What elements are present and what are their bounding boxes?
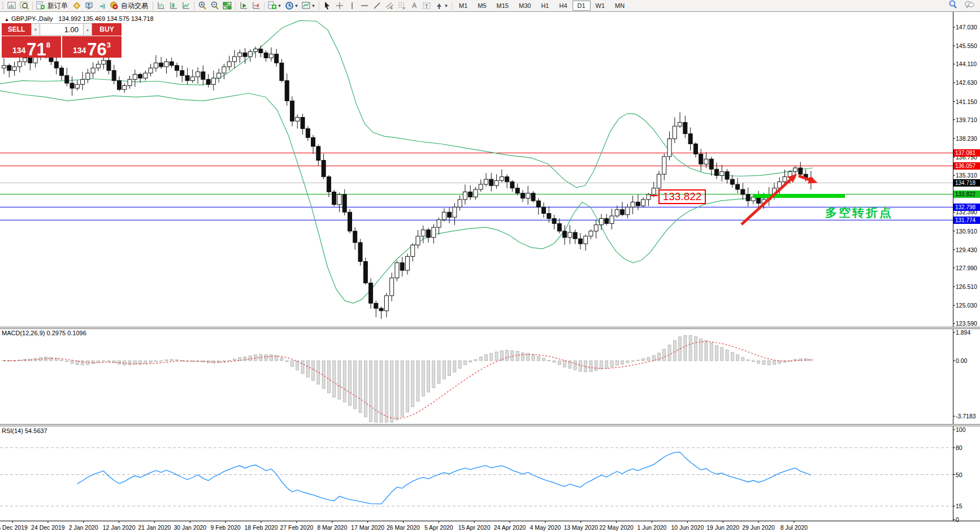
macd-histogram-bar bbox=[762, 361, 765, 365]
text-tool-button[interactable]: A bbox=[408, 1, 420, 11]
cursor-tool-button[interactable] bbox=[321, 1, 333, 11]
buy-button[interactable]: BUY bbox=[92, 23, 122, 36]
tf-button-w1[interactable]: W1 bbox=[591, 1, 610, 11]
svg-text:T: T bbox=[425, 3, 428, 9]
tf-button-m1[interactable]: M1 bbox=[454, 1, 472, 11]
metaeditor-button[interactable] bbox=[71, 1, 83, 11]
sell-price-display[interactable]: 134 71 8 bbox=[2, 36, 61, 58]
bear-candle bbox=[311, 137, 315, 146]
candlestick-chart-button[interactable] bbox=[167, 1, 180, 11]
macd-histogram-bar bbox=[128, 361, 131, 365]
macd-histogram-bar bbox=[160, 361, 163, 361]
buy-price-display[interactable]: 134 76 3 bbox=[62, 36, 122, 58]
market-watch-button[interactable] bbox=[83, 1, 96, 11]
macd-histogram-bar bbox=[343, 361, 346, 402]
macd-histogram-bar bbox=[66, 361, 68, 362]
macd-histogram-bar bbox=[380, 361, 383, 422]
bull-candle bbox=[437, 220, 441, 227]
bar-chart-button[interactable] bbox=[155, 1, 167, 11]
tf-button-h1[interactable]: H1 bbox=[536, 1, 554, 11]
bull-candle bbox=[254, 49, 258, 51]
line-chart-button[interactable] bbox=[180, 1, 192, 11]
bear-candle bbox=[275, 54, 279, 63]
chart-preview-button[interactable] bbox=[18, 1, 31, 11]
bear-candle bbox=[290, 101, 294, 121]
chart-canvas[interactable] bbox=[0, 0, 980, 532]
bull-candle bbox=[75, 84, 79, 88]
bull-candle bbox=[12, 67, 16, 71]
volume-input[interactable] bbox=[40, 23, 83, 36]
macd-histogram-bar bbox=[306, 361, 309, 377]
trendline-tool-button[interactable] bbox=[371, 1, 383, 11]
new-chart-button[interactable] bbox=[6, 1, 18, 11]
bull-candle bbox=[610, 216, 614, 223]
bear-candle bbox=[699, 154, 703, 164]
fibonacci-tool-button[interactable]: F bbox=[396, 1, 408, 11]
volume-decrease-button[interactable]: ▼ bbox=[31, 23, 40, 36]
autotrading-button[interactable] bbox=[108, 1, 120, 11]
bear-candle bbox=[112, 71, 116, 81]
antenna-icon bbox=[97, 1, 106, 10]
macd-histogram-bar bbox=[50, 357, 53, 361]
bear-candle bbox=[353, 231, 357, 243]
zoom-out-button[interactable] bbox=[209, 1, 221, 11]
templates-button[interactable]: ▼ bbox=[300, 1, 317, 11]
text-label-tool-button[interactable]: T bbox=[420, 1, 433, 11]
macd-histogram-bar bbox=[396, 361, 398, 420]
bear-candle bbox=[688, 134, 692, 144]
bear-candle bbox=[578, 239, 582, 244]
new-order-button[interactable] bbox=[34, 1, 47, 11]
zoom-in-button[interactable] bbox=[196, 1, 209, 11]
tf-button-m5[interactable]: M5 bbox=[472, 1, 491, 11]
autotrading-label[interactable]: 自动交易 bbox=[120, 1, 151, 11]
bear-candle bbox=[327, 177, 331, 192]
collapse-triangle-icon[interactable]: ▲ bbox=[5, 17, 9, 22]
bull-candle bbox=[526, 193, 530, 198]
turning-point-annotation[interactable]: 多空转折点 bbox=[825, 205, 893, 220]
chat-icon[interactable] bbox=[964, 0, 974, 11]
tile-windows-button[interactable] bbox=[221, 1, 233, 11]
tf-button-m30[interactable]: M30 bbox=[514, 1, 536, 11]
macd-histogram-bar bbox=[495, 352, 498, 361]
pane-divider[interactable] bbox=[0, 424, 980, 426]
svg-text:A: A bbox=[412, 2, 417, 10]
price-level-annotation[interactable]: 133.822 bbox=[658, 189, 706, 204]
toolbar-separator bbox=[319, 2, 319, 10]
price-tick: 139.710 bbox=[956, 116, 977, 123]
volume-increase-button[interactable]: ▲ bbox=[83, 23, 92, 36]
price-tick: 142.630 bbox=[956, 79, 977, 86]
rsi-tick: 80 bbox=[956, 444, 962, 451]
macd-histogram-bar bbox=[102, 361, 105, 362]
arrows-tool-button[interactable]: ▼ bbox=[433, 1, 450, 11]
tf-button-d1[interactable]: D1 bbox=[573, 1, 591, 11]
toolbar-separator bbox=[264, 2, 264, 10]
hline-tool-button[interactable] bbox=[358, 1, 371, 11]
search-icon[interactable] bbox=[948, 0, 957, 11]
bull-candle bbox=[600, 218, 604, 224]
chart-shift-button[interactable] bbox=[250, 1, 262, 11]
crosshair-tool-button[interactable] bbox=[333, 1, 346, 11]
tf-button-mn[interactable]: MN bbox=[610, 1, 630, 11]
macd-histogram-bar bbox=[752, 361, 754, 362]
tf-button-m15[interactable]: M15 bbox=[492, 1, 514, 11]
macd-histogram-bar bbox=[694, 337, 697, 361]
pane-divider[interactable] bbox=[0, 327, 980, 329]
channel-tool-button[interactable]: E bbox=[383, 1, 396, 11]
sell-button[interactable]: SELL bbox=[2, 23, 31, 36]
new-order-label[interactable]: 新订单 bbox=[47, 1, 71, 11]
bollinger-band bbox=[0, 20, 813, 187]
periods-button[interactable]: ▼ bbox=[283, 1, 300, 11]
macd-histogram-bar bbox=[548, 360, 550, 361]
bear-candle bbox=[201, 72, 205, 79]
bull-candle bbox=[500, 177, 504, 181]
support-zone-bar[interactable] bbox=[753, 194, 845, 198]
bull-candle bbox=[704, 159, 708, 164]
indicators-button[interactable]: ▼ bbox=[266, 1, 283, 11]
auto-scroll-button[interactable] bbox=[237, 1, 250, 11]
signals-button[interactable] bbox=[96, 1, 108, 11]
tf-button-h4[interactable]: H4 bbox=[554, 1, 572, 11]
toolbar-grip[interactable] bbox=[2, 2, 4, 10]
vline-tool-button[interactable] bbox=[346, 1, 358, 11]
person-monitor-icon bbox=[85, 1, 94, 10]
bull-candle bbox=[149, 68, 153, 73]
